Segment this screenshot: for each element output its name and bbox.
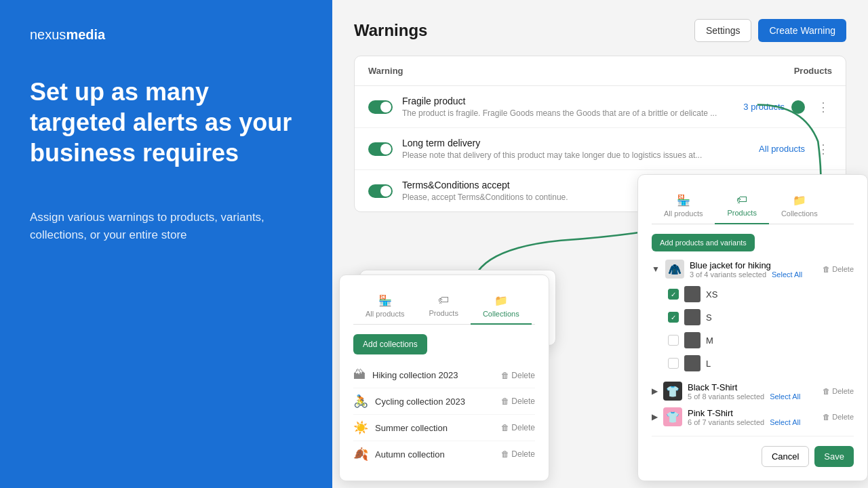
variant-checkbox-m[interactable] xyxy=(668,335,679,346)
variant-image xyxy=(684,286,701,302)
product-title: Black T-Shirt xyxy=(688,382,817,392)
variant-row: L xyxy=(652,352,854,375)
table-header: Warning Products xyxy=(355,56,846,86)
tab-products-prod[interactable]: 🏷 Products xyxy=(715,188,768,224)
table-row: Long term delivery Please note that deli… xyxy=(355,128,846,170)
tab-collections-prod[interactable]: 📁 Collections xyxy=(769,188,830,224)
cancel-button[interactable]: Cancel xyxy=(762,446,809,467)
select-all-button[interactable]: Select All xyxy=(770,392,800,401)
delete-product-button[interactable]: 🗑 Delete xyxy=(823,413,854,421)
toggle-fragile[interactable] xyxy=(368,100,393,114)
collection-name: Hiking collection 2023 xyxy=(372,370,494,380)
product-title: Blue jacket for hiking xyxy=(690,260,817,270)
chevron-right-icon[interactable]: ▶ xyxy=(652,412,658,422)
collection-icon: 📁 xyxy=(494,294,508,307)
tab-label: All products xyxy=(366,310,404,318)
delete-button[interactable]: 🗑 Delete xyxy=(501,449,535,459)
tab-label: Products xyxy=(727,209,756,217)
chevron-down-icon[interactable]: ▼ xyxy=(652,264,660,274)
col-products: Products xyxy=(794,66,832,76)
collection-name: Summer collection xyxy=(375,423,494,433)
kebab-menu-longterm[interactable]: ⋮ xyxy=(814,139,832,159)
collection-img: 🏔 xyxy=(353,368,366,382)
variant-row: M xyxy=(652,329,854,352)
save-button[interactable]: Save xyxy=(814,446,854,467)
variant-row: S xyxy=(652,306,854,329)
tab-all-products-prod[interactable]: 🏪 All products xyxy=(652,188,715,224)
variant-name: XS xyxy=(706,289,854,300)
toggle-terms[interactable] xyxy=(368,184,393,198)
tab-bar-products: 🏪 All products 🏷 Products 📁 Collections xyxy=(652,188,854,224)
product-header: ▶ 👕 Pink T-Shirt 6 of 7 variants selecte… xyxy=(652,407,854,426)
col-warning: Warning xyxy=(368,66,403,76)
right-panel: Warnings Settings Create Warning Warning… xyxy=(332,0,868,488)
popup-footer: Cancel Save xyxy=(652,436,854,467)
list-item: ☀️ Summer collection 🗑 Delete xyxy=(353,415,535,441)
kebab-menu-fragile[interactable]: ⋮ xyxy=(814,97,832,117)
variant-count: 3 of 4 variants selected xyxy=(690,270,766,279)
warning-desc: Please note that delivery of this produc… xyxy=(402,150,749,160)
variant-checkbox-xs[interactable] xyxy=(668,289,679,300)
delete-button[interactable]: 🗑 Delete xyxy=(501,423,535,432)
delete-button[interactable]: 🗑 Delete xyxy=(501,371,535,380)
variant-image xyxy=(684,332,701,348)
products-link-longterm[interactable]: All products xyxy=(759,144,805,154)
tab-collections-col[interactable]: 📁 Collections xyxy=(471,289,532,325)
warning-name: Fragile product xyxy=(402,96,734,106)
hero-text: Set up as many targeted alerts as your b… xyxy=(30,77,302,168)
variant-name: M xyxy=(706,336,854,346)
products-popup: 🏪 All products 🏷 Products 📁 Collections … xyxy=(637,174,868,481)
products-link-fragile[interactable]: 3 products xyxy=(743,102,785,112)
add-collections-button[interactable]: Add collections xyxy=(353,334,427,354)
warning-info-longterm: Long term delivery Please note that deli… xyxy=(402,138,749,160)
tab-products-col[interactable]: 🏷 Products xyxy=(416,289,470,325)
tag-icon: 🏷 xyxy=(438,294,449,306)
store-icon: 🏪 xyxy=(378,294,392,307)
left-panel: nexusmedia Set up as many targeted alert… xyxy=(0,0,332,488)
variant-image xyxy=(684,309,701,325)
settings-button[interactable]: Settings xyxy=(694,19,752,42)
select-all-button[interactable]: Select All xyxy=(772,270,802,279)
tab-bar-collections: 🏪 All products 🏷 Products 📁 Collections xyxy=(353,289,535,325)
logo: nexusmedia xyxy=(30,27,302,43)
warning-info-fragile: Fragile product The product is fragile. … xyxy=(402,96,734,118)
product-image: 🧥 xyxy=(665,260,684,279)
tab-label: Collections xyxy=(483,310,519,318)
product-group: ▶ 👕 Black T-Shirt 5 of 8 variants select… xyxy=(652,382,854,401)
product-header: ▶ 👕 Black T-Shirt 5 of 8 variants select… xyxy=(652,382,854,401)
product-title: Pink T-Shirt xyxy=(688,408,817,418)
sub-text: Assign various warnings to products, var… xyxy=(30,209,302,243)
variant-name: S xyxy=(706,312,854,323)
variant-name: L xyxy=(706,359,854,369)
variant-checkbox-s[interactable] xyxy=(668,312,679,323)
add-products-button[interactable]: Add products and variants xyxy=(652,234,755,251)
variant-checkbox-l[interactable] xyxy=(668,358,679,369)
delete-product-button[interactable]: 🗑 Delete xyxy=(823,387,854,395)
toggle-longterm[interactable] xyxy=(368,142,393,156)
product-group: ▼ 🧥 Blue jacket for hiking 3 of 4 varian… xyxy=(652,260,854,375)
tab-all-products-col[interactable]: 🏪 All products xyxy=(353,289,416,325)
collection-name: Autumn collection xyxy=(375,449,494,460)
create-warning-button[interactable]: Create Warning xyxy=(758,19,846,42)
product-image: 👕 xyxy=(663,407,682,426)
active-dot-fragile xyxy=(791,100,805,114)
collections-popup: 🏪 All products 🏷 Products 📁 Collections … xyxy=(339,274,549,481)
delete-product-button[interactable]: 🗑 Delete xyxy=(823,265,854,273)
chevron-right-icon[interactable]: ▶ xyxy=(652,386,658,396)
page-title: Warnings xyxy=(354,21,427,40)
logo-bold: media xyxy=(66,27,105,42)
variant-count: 5 of 8 variants selected xyxy=(688,392,764,401)
select-all-button[interactable]: Select All xyxy=(770,418,800,426)
collection-name: Cycling collection 2023 xyxy=(375,396,494,407)
delete-button[interactable]: 🗑 Delete xyxy=(501,396,535,406)
header-actions: Settings Create Warning xyxy=(694,19,846,42)
product-group: ▶ 👕 Pink T-Shirt 6 of 7 variants selecte… xyxy=(652,407,854,426)
tab-label: All products xyxy=(664,209,703,218)
product-header: ▼ 🧥 Blue jacket for hiking 3 of 4 varian… xyxy=(652,260,854,279)
warning-products-fragile: 3 products xyxy=(743,100,805,114)
product-image: 👕 xyxy=(663,382,682,401)
list-item: 🚴 Cycling collection 2023 🗑 Delete xyxy=(353,388,535,415)
warning-desc: The product is fragile. Fragile Goods me… xyxy=(402,108,734,118)
variant-image xyxy=(684,355,701,371)
warning-products-longterm: All products xyxy=(759,144,805,154)
